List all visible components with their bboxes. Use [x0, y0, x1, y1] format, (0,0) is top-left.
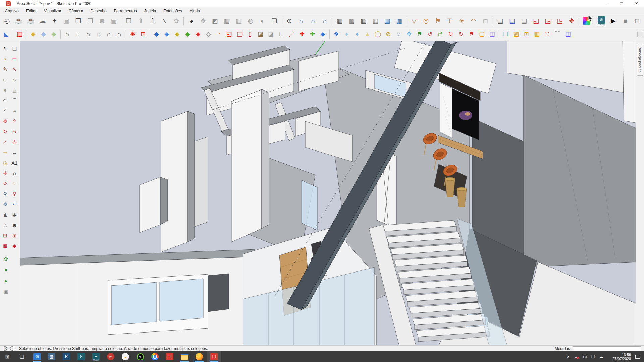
onedrive-icon[interactable]: ☁ [599, 354, 603, 359]
lightup-camera-icon[interactable]: ✦ [49, 16, 60, 26]
tile-green-icon[interactable]: ◆ [182, 28, 193, 40]
previous-view-icon[interactable]: ↶ [10, 200, 19, 208]
magnet-select-icon[interactable]: ◕ [185, 16, 197, 26]
walk-compass-icon[interactable]: ⊕ [283, 16, 295, 26]
polygon-icon[interactable]: ◬ [10, 86, 19, 94]
light-shade-icon[interactable]: ▽ [408, 16, 420, 26]
lumion-stop-icon[interactable]: ■ [619, 16, 631, 26]
north-compass-icon[interactable]: ⊕ [10, 221, 19, 229]
zoom-extents-icon[interactable]: ✥ [1, 200, 9, 208]
cloud-error-icon[interactable]: ☁ [574, 354, 578, 359]
light-cube-off-icon[interactable]: ◻ [479, 16, 491, 26]
firefox-icon[interactable] [192, 351, 207, 362]
box-kraft-icon[interactable]: ◪ [255, 28, 266, 40]
points-red-icon[interactable]: ∷ [542, 28, 552, 40]
brick-arrow-corner-icon[interactable]: ◳ [554, 16, 566, 26]
lumion-livesync-icon[interactable]: ❋LUMION [595, 16, 607, 26]
hidden-icons-chevron-icon[interactable]: ∧ [567, 354, 570, 359]
light-stand-icon[interactable]: ⊤ [444, 16, 455, 26]
style-gem-icon[interactable]: ◆ [10, 242, 19, 250]
window-cloud-icon[interactable]: ◙ [96, 16, 108, 26]
iso-cube-blue-icon[interactable]: ◆ [38, 28, 49, 40]
menu-item-4[interactable]: Desenho [87, 7, 110, 15]
polyline-points-icon[interactable]: ⋰ [286, 28, 297, 40]
texture-sphere-icon[interactable]: ◍ [245, 16, 256, 26]
scale-icon[interactable]: ↕ [1, 138, 9, 146]
floor-tile-2-icon[interactable]: ▦ [346, 16, 358, 26]
drop-icon[interactable]: ♦ [341, 28, 352, 40]
leaf-gray-icon[interactable]: ✿ [170, 16, 182, 26]
fan-swirl-icon[interactable]: ◔ [214, 28, 224, 40]
vegetation-block-icon[interactable]: ▣ [2, 287, 10, 295]
ring-dashed-icon[interactable]: ◌ [393, 28, 404, 40]
two-point-arc-icon[interactable]: ⌒ [10, 96, 19, 105]
pen-app-icon[interactable]: ✎ [133, 351, 148, 362]
texture-box-icon[interactable]: ▦ [221, 16, 233, 26]
lightup-teapot-cloud-icon[interactable]: ☕ [25, 16, 37, 26]
paint-palette-icon[interactable]: ◒ [118, 351, 133, 362]
eraser-icon[interactable]: ▭ [10, 55, 19, 63]
3d-viewport[interactable] [20, 41, 636, 345]
house-frame-icon[interactable]: ⌂ [104, 28, 114, 40]
walk-icon[interactable]: ∴ [1, 221, 9, 229]
drop-hatch-icon[interactable]: ♦ [352, 28, 362, 40]
cube-pick-icon[interactable]: ❏ [268, 16, 280, 26]
select-icon[interactable]: ↖ [1, 44, 9, 53]
ghost-move-icon[interactable]: ✥ [197, 16, 209, 26]
floor-tile-3-icon[interactable]: ▦ [358, 16, 369, 26]
screen-sync-icon[interactable]: ⊡ [631, 16, 643, 26]
panel-striped-icon[interactable]: ▤ [234, 28, 245, 40]
hook-red-icon[interactable]: ↺ [425, 28, 435, 40]
menu-item-0[interactable]: Arquivo [1, 7, 22, 15]
cubes-array-icon[interactable]: ◫ [563, 28, 573, 40]
sketchup-pinned-icon[interactable]: ❑ [162, 351, 177, 362]
volume-icon[interactable]: ◁) [582, 354, 587, 359]
texture-quarter-icon[interactable]: ◐ [257, 16, 268, 26]
task-view-icon[interactable]: ❏ [15, 351, 30, 362]
brick-arrow-expand-icon[interactable]: ✥ [566, 16, 577, 26]
snip-tool-icon[interactable]: ✂ [103, 351, 118, 362]
lightup-preview-icon[interactable]: ◴ [1, 16, 13, 26]
panel-red-corner-icon[interactable]: ◱ [224, 28, 234, 40]
arc-fit-icon[interactable]: ⌒ [552, 28, 563, 40]
measurements-input[interactable] [573, 346, 641, 351]
card-gold-icon[interactable]: ▢ [477, 28, 487, 40]
maximize-icon[interactable]: ▢ [614, 0, 629, 7]
brick-page-3-icon[interactable]: ▤ [518, 16, 530, 26]
wedge-gray-icon[interactable]: ◪ [266, 28, 276, 40]
taskbar-clock[interactable]: 13:59 27/07/2020 [607, 353, 631, 361]
vegetation-cone-icon[interactable]: ▲ [2, 276, 10, 285]
blue-wedge-icon[interactable]: ◣ [1, 28, 11, 40]
component-edit-icon[interactable]: ❏ [123, 16, 135, 26]
tape-measure-icon[interactable]: ⊸ [1, 148, 9, 157]
pan-icon[interactable]: ☞ [10, 179, 19, 188]
house-solid-dark-icon[interactable]: ⌂ [114, 28, 124, 40]
freehand-icon[interactable]: ∿ [10, 65, 19, 73]
ring-gold-icon[interactable]: ◯ [373, 28, 383, 40]
line-pencil-icon[interactable]: ✎ [1, 65, 9, 73]
app-trial30-icon[interactable]: ✦TRIAL30 [89, 351, 103, 362]
info-status-icon[interactable]: i [10, 346, 14, 351]
house-kit-1-icon[interactable]: ⌂ [62, 28, 72, 40]
calculator-icon[interactable]: ▦ [44, 351, 59, 362]
tile-gold-icon[interactable]: ◆ [172, 28, 182, 40]
section-plane-icon[interactable]: ⊟ [1, 231, 9, 240]
move-cross-blue-icon[interactable]: ✥ [404, 28, 414, 40]
light-dome-icon[interactable]: ◠ [468, 16, 479, 26]
brick-arrow-left-icon[interactable]: ◱ [530, 16, 542, 26]
house-box-icon[interactable]: ⌂ [93, 28, 104, 40]
menu-item-2[interactable]: Visualizar [40, 7, 65, 15]
follow-me-icon[interactable]: ↪ [10, 127, 19, 136]
zoom-icon[interactable]: ⚲ [1, 190, 9, 198]
pie-icon[interactable]: ◕ [10, 107, 19, 115]
section-display-icon[interactable]: ⊞ [10, 231, 19, 240]
house-export-icon[interactable]: ⌂ [307, 16, 319, 26]
red-frame-icon[interactable]: ⊞ [138, 28, 148, 40]
window-overlay-icon[interactable]: ❒ [84, 16, 96, 26]
protractor-icon[interactable]: ◶ [1, 159, 9, 167]
zoom-window-icon[interactable]: ⚲ [10, 190, 19, 198]
lightup-teapot-icon[interactable]: ☕ [13, 16, 24, 26]
vegetation-sphere-icon[interactable]: ● [2, 265, 10, 274]
house-kit-2-icon[interactable]: ⌂ [72, 28, 83, 40]
circle-icon[interactable]: ● [1, 86, 9, 94]
